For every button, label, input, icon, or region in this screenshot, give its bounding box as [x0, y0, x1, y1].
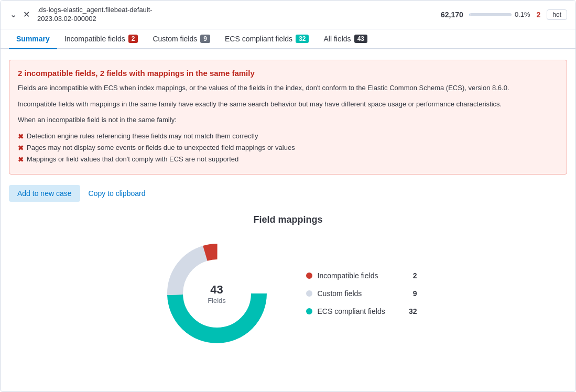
incompatible-tab-badge: 2 — [128, 35, 138, 43]
progress-pct: 0.1% — [515, 10, 530, 18]
action-row: Add to new case Copy to clipboard — [9, 185, 567, 202]
legend-dot-ecs — [306, 308, 312, 314]
content-area: 2 incompatible fields, 2 fields with map… — [1, 49, 575, 362]
custom-tab-badge: 9 — [200, 35, 210, 43]
chart-title: Field mappings — [253, 214, 322, 225]
legend-count-incompatible: 2 — [407, 271, 417, 280]
chart-section: Field mappings — [9, 214, 567, 351]
all-tab-badge: 43 — [354, 35, 367, 43]
legend-item-custom: Custom fields 9 — [306, 289, 417, 298]
legend-item-incompatible: Incompatible fields 2 — [306, 271, 417, 280]
progress-bar — [470, 13, 512, 16]
list-item: ✖ Mappings or field values that don't co… — [18, 154, 558, 166]
list-item: ✖ Detection engine rules referencing the… — [18, 131, 558, 143]
legend-dot-custom — [306, 290, 312, 297]
legend-dot-incompatible — [306, 273, 312, 279]
x-icon-1: ✖ — [18, 132, 24, 143]
chevron-down-button[interactable]: ⌄ — [9, 8, 18, 20]
legend-label-incompatible: Incompatible fields — [318, 271, 401, 280]
warning-text-2: Incompatible fields with mappings in the… — [18, 99, 558, 110]
legend-item-ecs: ECS compliant fields 32 — [306, 307, 417, 315]
donut-fields-label: Fields — [208, 296, 226, 304]
warning-list: ✖ Detection engine rules referencing the… — [18, 131, 558, 165]
donut-chart: 43 Fields — [159, 236, 275, 351]
hot-badge: hot — [547, 9, 567, 20]
x-icon-2: ✖ — [18, 143, 24, 154]
donut-number: 43 — [208, 282, 226, 296]
tab-custom[interactable]: Custom fields 9 — [145, 29, 218, 49]
chart-container: 43 Fields Incompatible fields 2 Custom f… — [159, 236, 417, 351]
chart-legend: Incompatible fields 2 Custom fields 9 EC… — [306, 271, 417, 315]
index-name: .ds-logs-elastic_agent.filebeat-default-… — [37, 6, 153, 24]
add-to-case-button[interactable]: Add to new case — [9, 185, 80, 202]
tabs-row: Summary Incompatible fields 2 Custom fie… — [1, 29, 575, 49]
legend-label-ecs: ECS compliant fields — [318, 307, 401, 315]
close-button[interactable]: ✕ — [22, 8, 31, 20]
x-icon-3: ✖ — [18, 155, 24, 166]
tab-ecs[interactable]: ECS compliant fields 32 — [218, 29, 317, 49]
legend-label-custom: Custom fields — [318, 289, 401, 298]
donut-center-label: 43 Fields — [208, 282, 226, 304]
doc-count: 62,170 — [427, 10, 463, 19]
progress-area: 0.1% — [470, 10, 530, 18]
warning-text-1: Fields are incompatible with ECS when in… — [18, 83, 558, 94]
warning-box: 2 incompatible fields, 2 fields with map… — [9, 60, 567, 175]
warning-title: 2 incompatible fields, 2 fields with map… — [18, 69, 558, 78]
tab-incompatible[interactable]: Incompatible fields 2 — [57, 29, 146, 49]
legend-count-custom: 9 — [407, 289, 417, 298]
header-controls: ⌄ ✕ — [9, 8, 31, 20]
warning-subheading: When an incompatible field is not in the… — [18, 115, 558, 126]
copy-to-clipboard-button[interactable]: Copy to clipboard — [89, 189, 146, 198]
header-incompatible-badge: 2 — [537, 10, 541, 19]
ecs-tab-badge: 32 — [296, 35, 309, 43]
list-item: ✖ Pages may not display some events or f… — [18, 143, 558, 154]
header-row: ⌄ ✕ .ds-logs-elastic_agent.filebeat-defa… — [1, 1, 575, 29]
legend-count-ecs: 32 — [407, 307, 417, 315]
main-container: ⌄ ✕ .ds-logs-elastic_agent.filebeat-defa… — [0, 0, 576, 392]
tab-all[interactable]: All fields 43 — [316, 29, 375, 49]
tab-summary[interactable]: Summary — [9, 29, 57, 49]
